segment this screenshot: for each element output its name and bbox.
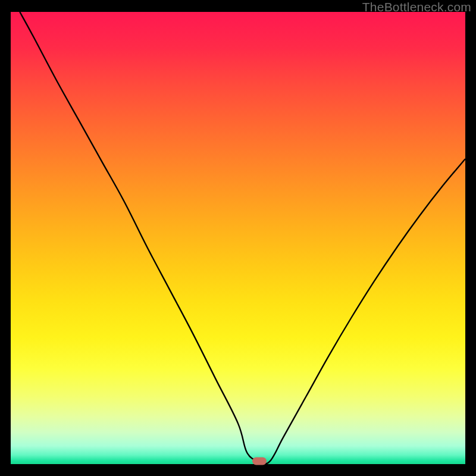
bottleneck-curve — [11, 12, 465, 464]
optimal-point-marker — [252, 458, 267, 465]
plot-area — [11, 12, 465, 464]
watermark-text: TheBottleneck.com — [362, 0, 471, 14]
chart-frame: TheBottleneck.com — [0, 0, 476, 476]
curve-path — [20, 12, 465, 464]
